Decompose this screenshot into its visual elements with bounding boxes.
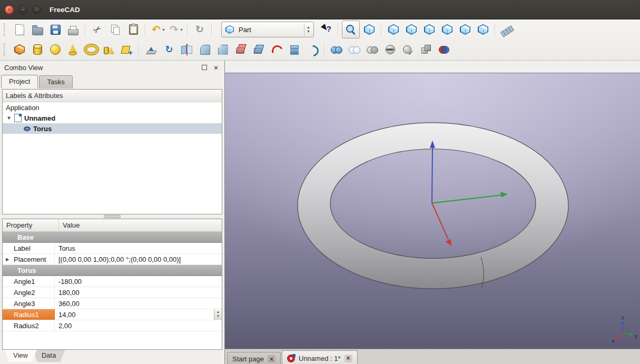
- property-value-cell[interactable]: [(0,00 0,00 1,00);0,00 °;(0,00 0,00 0,00…: [55, 254, 222, 264]
- boolean-union-button[interactable]: [328, 41, 345, 58]
- tab-project[interactable]: Project: [1, 75, 38, 88]
- copy-button[interactable]: [107, 21, 124, 38]
- close-tab-icon[interactable]: ×: [268, 355, 275, 363]
- property-value-cell[interactable]: Torus: [55, 243, 222, 253]
- property-value-cell[interactable]: 360,00: [55, 298, 222, 309]
- property-value-cell[interactable]: -180,00: [55, 276, 222, 287]
- extrude-button[interactable]: [143, 41, 160, 58]
- close-tab-icon[interactable]: ×: [344, 355, 352, 362]
- rear-view-button[interactable]: [439, 21, 456, 38]
- cylinder-button[interactable]: [29, 41, 46, 58]
- new-document-button[interactable]: [11, 21, 28, 38]
- value-column-header[interactable]: Value: [59, 219, 222, 231]
- expander-icon[interactable]: ▶: [6, 257, 9, 262]
- workbench-selector-spinner[interactable]: ▲▼: [304, 23, 312, 36]
- toolbar-drag-handle[interactable]: [4, 43, 7, 56]
- 3d-viewport-canvas[interactable]: z y x: [225, 73, 640, 349]
- tree-item-application[interactable]: Application: [3, 102, 222, 113]
- mirror-button[interactable]: [179, 41, 195, 58]
- property-row[interactable]: ▶Placement[(0,00 0,00 1,00);0,00 °;(0,00…: [3, 254, 222, 265]
- property-name-cell[interactable]: Label: [3, 243, 55, 253]
- property-row[interactable]: Radius114,00▲▼: [3, 309, 222, 320]
- undo-dropdown-icon[interactable]: ▾: [162, 27, 164, 32]
- panel-splitter[interactable]: [0, 214, 224, 219]
- value-spinner[interactable]: ▲▼: [214, 309, 222, 320]
- ruled-surface-button[interactable]: [250, 41, 267, 58]
- window-close-button[interactable]: ×: [5, 5, 14, 14]
- tree-item-torus[interactable]: Torus: [3, 123, 222, 134]
- measure-linear-button[interactable]: [499, 21, 516, 38]
- property-row[interactable]: Angle1-180,00: [3, 276, 222, 287]
- property-name-cell[interactable]: Angle1: [3, 276, 55, 287]
- tab-start-page[interactable]: Start page ×: [227, 352, 281, 364]
- boolean-common-button[interactable]: [346, 41, 363, 58]
- fillet-button[interactable]: [196, 41, 213, 58]
- property-group-row[interactable]: Base: [3, 232, 222, 243]
- panel-close-button[interactable]: ×: [212, 63, 220, 72]
- property-value-cell[interactable]: 14,00▲▼: [55, 309, 222, 320]
- property-value-cell[interactable]: 180,00: [55, 287, 222, 298]
- save-document-button[interactable]: [47, 21, 64, 38]
- property-name-cell[interactable]: ▶Placement: [3, 254, 55, 264]
- offset-button[interactable]: [304, 41, 321, 58]
- splitter-grip[interactable]: [104, 215, 121, 218]
- tab-view[interactable]: View: [4, 350, 37, 362]
- top-view-button[interactable]: [403, 21, 420, 38]
- property-column-header[interactable]: Property: [3, 219, 59, 231]
- left-view-button[interactable]: [475, 21, 491, 38]
- cone-button[interactable]: [65, 41, 82, 58]
- property-group-row[interactable]: Torus: [3, 265, 222, 276]
- property-value-cell[interactable]: 2,00: [55, 320, 222, 331]
- redo-button[interactable]: ▾: [167, 21, 184, 38]
- workbench-selector[interactable]: Part ▲▼: [221, 22, 314, 37]
- refresh-button[interactable]: [191, 21, 208, 38]
- shape-builder-button[interactable]: [119, 41, 135, 58]
- property-row[interactable]: Radius22,00: [3, 320, 222, 331]
- tree-item-document[interactable]: ▼ Unnamed: [3, 113, 222, 123]
- open-document-button[interactable]: [29, 21, 46, 38]
- fit-all-button[interactable]: [342, 21, 360, 38]
- tab-tasks[interactable]: Tasks: [39, 75, 72, 88]
- property-row[interactable]: LabelTorus: [3, 243, 222, 254]
- undo-button[interactable]: ▾: [149, 21, 166, 38]
- property-name-cell[interactable]: Radius2: [3, 320, 55, 331]
- 3d-viewport[interactable]: z y x: [225, 73, 640, 349]
- cut-button[interactable]: [89, 21, 106, 38]
- toolbar-drag-handle[interactable]: [4, 23, 7, 36]
- property-name-cell[interactable]: Angle2: [3, 287, 55, 298]
- boolean-operation-button[interactable]: [436, 41, 452, 58]
- torus-button[interactable]: [83, 41, 100, 58]
- section-button[interactable]: [382, 41, 399, 58]
- make-compound-button[interactable]: [418, 41, 435, 58]
- panel-float-button[interactable]: [200, 63, 209, 72]
- window-minimize-button[interactable]: −: [18, 5, 27, 14]
- sweep-button[interactable]: [268, 41, 285, 58]
- whats-this-button[interactable]: [318, 21, 334, 38]
- tree-column-header[interactable]: Labels & Attributes: [3, 90, 222, 102]
- property-name-cell[interactable]: Angle3: [3, 298, 55, 309]
- front-view-button[interactable]: [385, 21, 402, 38]
- sphere-button[interactable]: [47, 41, 64, 58]
- redo-dropdown-icon[interactable]: ▾: [180, 27, 182, 32]
- axonometric-view-button[interactable]: [361, 21, 378, 38]
- chamfer-button[interactable]: [214, 41, 231, 58]
- tab-data[interactable]: Data: [33, 350, 65, 362]
- window-maximize-button[interactable]: ▫: [32, 5, 41, 14]
- revolve-button[interactable]: [161, 41, 178, 58]
- paste-button[interactable]: [125, 21, 142, 38]
- expander-icon[interactable]: ▼: [6, 115, 12, 121]
- check-geometry-button[interactable]: [400, 41, 417, 58]
- print-button[interactable]: [65, 21, 82, 38]
- bottom-view-button[interactable]: [457, 21, 474, 38]
- right-view-button[interactable]: [421, 21, 438, 38]
- property-row[interactable]: Angle2180,00: [3, 287, 222, 298]
- cross-sections-button[interactable]: [232, 41, 249, 58]
- create-primitives-button[interactable]: [101, 41, 117, 58]
- property-row[interactable]: Angle3360,00: [3, 298, 222, 309]
- combo-view-header[interactable]: Combo View ×: [0, 61, 224, 74]
- box-button[interactable]: [11, 41, 28, 58]
- tab-unnamed-document[interactable]: Unnamed : 1* ×: [282, 350, 358, 364]
- boolean-cut-button[interactable]: [364, 41, 381, 58]
- loft-button[interactable]: [286, 41, 303, 58]
- property-name-cell[interactable]: Radius1: [3, 309, 55, 320]
